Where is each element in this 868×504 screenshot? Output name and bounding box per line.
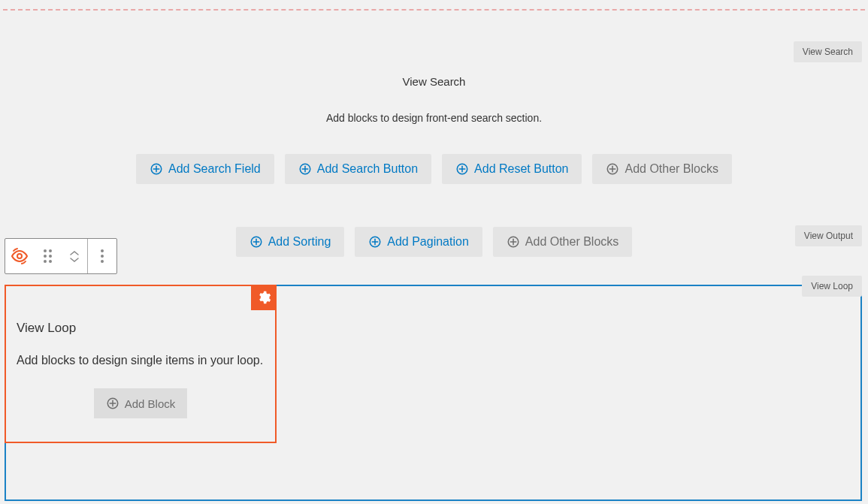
view-output-section: Add Sorting Add Pagination Add Other Blo… (0, 227, 868, 257)
plus-circle-icon (250, 235, 263, 249)
view-search-title: View Search (0, 75, 868, 88)
add-search-field-label: Add Search Field (168, 162, 261, 176)
add-other-blocks-output-button[interactable]: Add Other Blocks (493, 227, 633, 257)
drag-icon (44, 249, 52, 263)
view-icon (11, 247, 29, 265)
add-search-button-button[interactable]: Add Search Button (285, 154, 431, 184)
view-loop-description: Add blocks to design single items in you… (17, 354, 265, 367)
add-other-blocks-search-button[interactable]: Add Other Blocks (592, 154, 732, 184)
plus-circle-icon (368, 235, 382, 249)
more-options-button[interactable] (88, 239, 116, 273)
chevrons-updown-icon (69, 250, 80, 263)
svg-point-21 (17, 254, 22, 258)
add-search-button-label: Add Search Button (317, 162, 418, 176)
output-buttons-row: Add Sorting Add Pagination Add Other Blo… (0, 227, 868, 257)
plus-circle-icon (106, 397, 119, 410)
block-toolbar (5, 238, 117, 274)
add-block-label: Add Block (125, 397, 176, 410)
add-other-blocks-search-label: Add Other Blocks (625, 162, 718, 176)
add-sorting-button[interactable]: Add Sorting (236, 227, 345, 257)
view-loop-block[interactable]: View Loop Add blocks to design single it… (5, 285, 277, 443)
selection-boundary-top (3, 9, 865, 11)
add-reset-button-button[interactable]: Add Reset Button (442, 154, 582, 184)
add-pagination-button[interactable]: Add Pagination (355, 227, 482, 257)
loop-content: View Loop Add blocks to design single it… (6, 286, 275, 429)
view-loop-title: View Loop (17, 321, 265, 336)
plus-circle-icon (606, 162, 619, 176)
gear-icon (256, 290, 271, 305)
plus-circle-icon (298, 162, 312, 176)
add-reset-button-label: Add Reset Button (474, 162, 568, 176)
loop-settings-button[interactable] (251, 285, 277, 310)
search-buttons-row: Add Search Field Add Search Button Add R… (0, 154, 868, 184)
add-sorting-label: Add Sorting (268, 235, 331, 249)
view-search-section: View Search Add blocks to design front-e… (0, 75, 868, 184)
add-block-button[interactable]: Add Block (94, 388, 188, 418)
block-type-icon-button[interactable] (5, 239, 34, 273)
view-search-badge[interactable]: View Search (794, 41, 862, 62)
more-vertical-icon (101, 249, 104, 263)
view-search-description: Add blocks to design front-end search se… (0, 112, 868, 124)
move-up-down-button[interactable] (61, 239, 88, 273)
plus-circle-icon (507, 235, 520, 249)
plus-circle-icon (150, 162, 163, 176)
add-search-field-button[interactable]: Add Search Field (136, 154, 274, 184)
drag-handle[interactable] (34, 239, 61, 273)
add-pagination-label: Add Pagination (387, 235, 469, 249)
plus-circle-icon (455, 162, 469, 176)
add-other-blocks-output-label: Add Other Blocks (525, 235, 619, 249)
view-loop-badge[interactable]: View Loop (802, 276, 862, 297)
